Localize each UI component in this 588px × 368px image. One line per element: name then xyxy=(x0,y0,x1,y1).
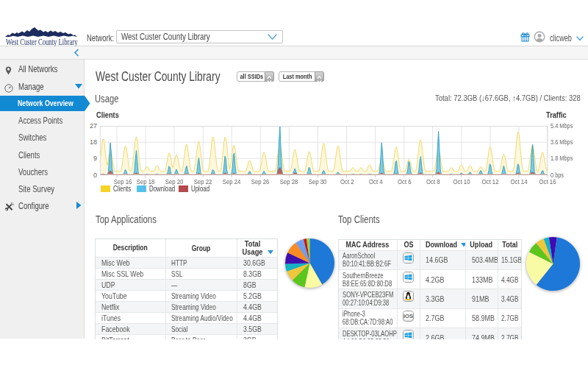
svg-text:iOS: iOS xyxy=(404,313,413,319)
